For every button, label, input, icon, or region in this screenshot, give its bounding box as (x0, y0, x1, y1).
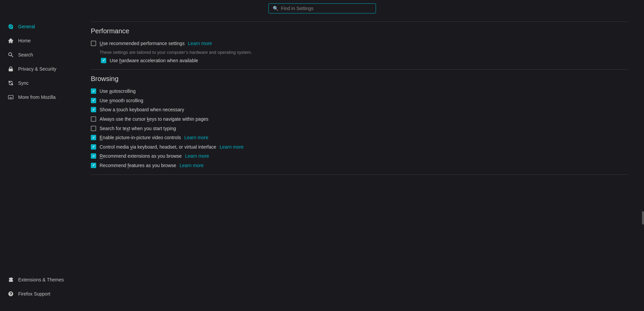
autoscrolling-label: Use autoscrolling (100, 88, 136, 95)
recommend-ext-checkbox[interactable] (91, 153, 96, 159)
sidebar-item-sync[interactable]: Sync (2, 76, 75, 90)
touch-keyboard-checkbox[interactable] (91, 107, 96, 112)
sidebar-home-label: Home (18, 38, 31, 43)
sidebar-top-nav: General Home Search (0, 20, 77, 104)
top-bar: 🔍 (0, 0, 644, 16)
smooth-scroll-row: Use smooth scrolling (91, 98, 628, 104)
top-divider (91, 22, 628, 22)
media-control-row: Control media via keyboard, headset, or … (91, 144, 628, 151)
perf-helper-text: These settings are tailored to your comp… (100, 50, 628, 55)
bottom-divider (91, 174, 628, 175)
search-box[interactable]: 🔍 (268, 3, 376, 13)
recommend-features-checkbox[interactable] (91, 163, 96, 168)
pip-learn-more[interactable]: Learn more (184, 135, 209, 140)
puzzle-icon (7, 276, 14, 283)
hardware-accel-row: Use hardware acceleration when available (101, 57, 628, 64)
pip-label: Enable picture-in-picture video controls… (100, 134, 209, 141)
sidebar-item-support[interactable]: Firefox Support (2, 287, 75, 301)
pip-checkbox[interactable] (91, 135, 96, 140)
lock-icon (7, 66, 14, 72)
touch-keyboard-row: Show a touch keyboard when necessary (91, 107, 628, 113)
media-control-learn-more[interactable]: Learn more (220, 144, 244, 150)
perf-recommended-checkbox[interactable] (91, 41, 96, 46)
browsing-section-title: Browsing (91, 75, 628, 83)
media-control-label: Control media via keyboard, headset, or … (100, 144, 244, 151)
autoscrolling-row: Use autoscrolling (91, 88, 628, 95)
pip-row: Enable picture-in-picture video controls… (91, 134, 628, 141)
search-text-row: Search for text when you start typing (91, 125, 628, 132)
scrollbar-track[interactable] (641, 16, 644, 311)
sidebar-item-extensions[interactable]: Extensions & Themes (2, 273, 75, 286)
sidebar-extensions-label: Extensions & Themes (18, 277, 64, 282)
performance-section-title: Performance (91, 27, 628, 35)
main-layout: General Home Search (0, 16, 644, 311)
mozilla-icon: m (7, 94, 14, 101)
sidebar-item-mozilla[interactable]: m More from Mozilla (2, 90, 75, 104)
recommend-features-label: Recommend features as you browse Learn m… (100, 162, 204, 169)
sidebar-mozilla-label: More from Mozilla (18, 94, 55, 100)
home-icon (7, 37, 14, 44)
search-text-checkbox[interactable] (91, 126, 96, 131)
cursor-keys-checkbox[interactable] (91, 116, 96, 122)
search-icon: 🔍 (273, 6, 278, 11)
sidebar-item-privacy-security[interactable]: Privacy & Security (2, 62, 75, 76)
sidebar-privacy-label: Privacy & Security (18, 66, 56, 72)
sidebar-bottom-nav: Extensions & Themes Firefox Support (0, 273, 77, 308)
recommend-features-learn-more[interactable]: Learn more (180, 163, 204, 168)
sidebar-sync-label: Sync (18, 80, 29, 86)
touch-keyboard-label: Show a touch keyboard when necessary (100, 107, 184, 113)
sidebar-general-label: General (18, 24, 35, 29)
sidebar: General Home Search (0, 16, 77, 311)
gear-icon (7, 23, 14, 30)
recommend-ext-row: Recommend extensions as you browse Learn… (91, 153, 628, 160)
recommend-ext-label: Recommend extensions as you browse Learn… (100, 153, 209, 160)
find-in-settings-input[interactable] (281, 6, 372, 11)
scrollbar-thumb[interactable] (642, 211, 644, 225)
recommend-ext-learn-more[interactable]: Learn more (185, 153, 209, 159)
perf-recommended-label: Use recommended performance settings Lea… (100, 40, 212, 47)
help-icon (7, 290, 14, 297)
svg-text:m: m (9, 96, 12, 99)
perf-recommended-learn-more[interactable]: Learn more (188, 41, 212, 46)
content-area: Performance Use recommended performance … (77, 16, 641, 311)
recommend-features-row: Recommend features as you browse Learn m… (91, 162, 628, 169)
sidebar-item-search[interactable]: Search (2, 48, 75, 62)
media-control-checkbox[interactable] (91, 144, 96, 150)
perf-recommended-row: Use recommended performance settings Lea… (91, 40, 628, 47)
cursor-keys-row: Always use the cursor keys to navigate w… (91, 116, 628, 123)
search-nav-icon (7, 51, 14, 58)
sidebar-item-general[interactable]: General (2, 20, 75, 33)
sync-icon (7, 80, 14, 86)
hardware-accel-checkbox[interactable] (101, 58, 106, 63)
search-text-label: Search for text when you start typing (100, 125, 176, 132)
autoscrolling-checkbox[interactable] (91, 88, 96, 94)
hardware-accel-label: Use hardware acceleration when available (110, 57, 198, 64)
sidebar-search-label: Search (18, 52, 33, 57)
sidebar-support-label: Firefox Support (18, 291, 50, 297)
sidebar-item-home[interactable]: Home (2, 34, 75, 47)
cursor-keys-label: Always use the cursor keys to navigate w… (100, 116, 209, 123)
smooth-scroll-label: Use smooth scrolling (100, 98, 143, 104)
smooth-scroll-checkbox[interactable] (91, 98, 96, 103)
mid-divider (91, 69, 628, 70)
